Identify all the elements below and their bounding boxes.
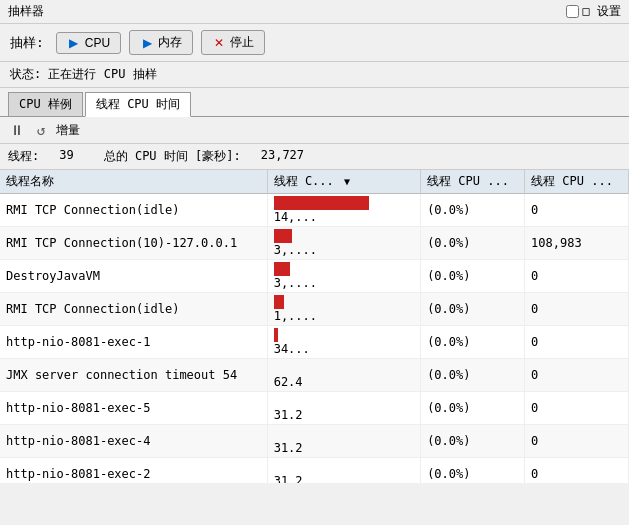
- cpu-value-cell: 0: [525, 293, 629, 326]
- thread-bar-cell: 62.4: [267, 359, 420, 392]
- thread-bar-cell: 31.2: [267, 392, 420, 425]
- thread-name-cell: http-nio-8081-exec-4: [0, 425, 267, 458]
- thread-name-cell: http-nio-8081-exec-5: [0, 392, 267, 425]
- table-row[interactable]: http-nio-8081-exec-1 34...(0.0%)0: [0, 326, 629, 359]
- cpu-icon: ▶: [67, 36, 81, 50]
- table-row[interactable]: DestroyJavaVM 3,....(0.0%)0: [0, 260, 629, 293]
- cpu-value-cell: 108,983: [525, 227, 629, 260]
- thread-name-cell: JMX server connection timeout 54: [0, 359, 267, 392]
- summary-bar: 线程: 39 总的 CPU 时间 [豪秒]: 23,727: [0, 144, 629, 170]
- table-row[interactable]: RMI TCP Connection(10)-127.0.0.1 3,....(…: [0, 227, 629, 260]
- thread-name-cell: http-nio-8081-exec-2: [0, 458, 267, 484]
- thread-table-container: 线程名称 线程 C... ▼ 线程 CPU ... 线程 CPU ... RMI…: [0, 170, 629, 483]
- increase-label: 增量: [56, 122, 80, 139]
- thread-bar-cell: 31.2: [267, 425, 420, 458]
- table-row[interactable]: http-nio-8081-exec-5 31.2(0.0%)0: [0, 392, 629, 425]
- thread-name-cell: RMI TCP Connection(10)-127.0.0.1: [0, 227, 267, 260]
- thread-bar-cell: 1,....: [267, 293, 420, 326]
- cpu-time-value: 3,....: [274, 243, 317, 257]
- thread-bar-cell: 31.2: [267, 458, 420, 484]
- total-cpu-value: 23,727: [261, 148, 304, 165]
- thread-bar-cell: 3,....: [267, 227, 420, 260]
- tab-thread-cpu-time[interactable]: 线程 CPU 时间: [85, 92, 191, 117]
- thread-name-cell: http-nio-8081-exec-1: [0, 326, 267, 359]
- table-row[interactable]: http-nio-8081-exec-2 31.2(0.0%)0: [0, 458, 629, 484]
- cpu-percent-cell: (0.0%): [421, 392, 525, 425]
- app-title: 抽样器: [8, 3, 44, 20]
- col-cpu-percent[interactable]: 线程 CPU ...: [421, 170, 525, 194]
- cpu-time-value: 31.2: [274, 474, 303, 483]
- title-bar: 抽样器 □ 设置: [0, 0, 629, 24]
- cpu-percent-cell: (0.0%): [421, 260, 525, 293]
- thread-table: 线程名称 线程 C... ▼ 线程 CPU ... 线程 CPU ... RMI…: [0, 170, 629, 483]
- status-bar: 状态: 正在进行 CPU 抽样: [0, 62, 629, 88]
- thread-count-value: 39: [59, 148, 73, 165]
- status-value: 正在进行 CPU 抽样: [48, 67, 156, 81]
- thread-bar-cell: 14,...: [267, 194, 420, 227]
- tab-cpu-sample[interactable]: CPU 样例: [8, 92, 83, 116]
- thread-bar-cell: 3,....: [267, 260, 420, 293]
- stop-icon: ✕: [212, 36, 226, 50]
- total-cpu-label: 总的 CPU 时间 [豪秒]:: [104, 148, 241, 165]
- cpu-percent-cell: (0.0%): [421, 194, 525, 227]
- cpu-percent-cell: (0.0%): [421, 293, 525, 326]
- thread-name-cell: RMI TCP Connection(idle): [0, 194, 267, 227]
- col-cpu-time[interactable]: 线程 C... ▼: [267, 170, 420, 194]
- cpu-percent-cell: (0.0%): [421, 326, 525, 359]
- col-cpu-value[interactable]: 线程 CPU ...: [525, 170, 629, 194]
- cpu-value-cell: 0: [525, 326, 629, 359]
- sampling-label: 抽样:: [10, 34, 44, 52]
- pause-icon[interactable]: ⏸: [8, 121, 26, 139]
- sort-arrow-icon: ▼: [344, 176, 350, 187]
- cpu-value-cell: 0: [525, 260, 629, 293]
- thread-name-cell: RMI TCP Connection(idle): [0, 293, 267, 326]
- table-body: RMI TCP Connection(idle) 14,...(0.0%)0RM…: [0, 194, 629, 484]
- cpu-percent-cell: (0.0%): [421, 359, 525, 392]
- memory-button[interactable]: ▶ 内存: [129, 30, 193, 55]
- cpu-percent-cell: (0.0%): [421, 227, 525, 260]
- cpu-percent-cell: (0.0%): [421, 458, 525, 484]
- cpu-value-cell: 0: [525, 359, 629, 392]
- cpu-time-value: 14,...: [274, 210, 317, 224]
- table-row[interactable]: RMI TCP Connection(idle) 1,....(0.0%)0: [0, 293, 629, 326]
- table-row[interactable]: JMX server connection timeout 54 62.4(0.…: [0, 359, 629, 392]
- col-cpu-time-label: 线程 C...: [274, 174, 334, 188]
- thread-name-cell: DestroyJavaVM: [0, 260, 267, 293]
- action-bar: ⏸ ↺ 增量: [0, 117, 629, 144]
- cpu-percent-cell: (0.0%): [421, 425, 525, 458]
- thread-bar-cell: 34...: [267, 326, 420, 359]
- cpu-value-cell: 0: [525, 425, 629, 458]
- cpu-time-value: 62.4: [274, 375, 303, 389]
- cpu-time-value: 3,....: [274, 276, 317, 290]
- col-thread-name[interactable]: 线程名称: [0, 170, 267, 194]
- toolbar: 抽样: ▶ CPU ▶ 内存 ✕ 停止: [0, 24, 629, 62]
- table-header-row: 线程名称 线程 C... ▼ 线程 CPU ... 线程 CPU ...: [0, 170, 629, 194]
- memory-button-label: 内存: [158, 34, 182, 51]
- table-row[interactable]: RMI TCP Connection(idle) 14,...(0.0%)0: [0, 194, 629, 227]
- cpu-time-value: 31.2: [274, 441, 303, 455]
- cpu-value-cell: 0: [525, 194, 629, 227]
- cpu-button-label: CPU: [85, 36, 110, 50]
- cpu-button[interactable]: ▶ CPU: [56, 32, 121, 54]
- cpu-time-value: 31.2: [274, 408, 303, 422]
- stop-button[interactable]: ✕ 停止: [201, 30, 265, 55]
- settings-label: □ 设置: [583, 3, 621, 20]
- refresh-icon[interactable]: ↺: [32, 121, 50, 139]
- settings-checkbox-input[interactable]: [566, 5, 579, 18]
- stop-button-label: 停止: [230, 34, 254, 51]
- cpu-time-value: 34...: [274, 342, 310, 356]
- thread-count-label: 线程:: [8, 148, 39, 165]
- table-row[interactable]: http-nio-8081-exec-4 31.2(0.0%)0: [0, 425, 629, 458]
- tab-bar: CPU 样例 线程 CPU 时间: [0, 88, 629, 117]
- cpu-value-cell: 0: [525, 458, 629, 484]
- memory-icon: ▶: [140, 36, 154, 50]
- settings-checkbox[interactable]: □ 设置: [566, 3, 621, 20]
- cpu-time-value: 1,....: [274, 309, 317, 323]
- status-label: 状态:: [10, 67, 41, 81]
- cpu-value-cell: 0: [525, 392, 629, 425]
